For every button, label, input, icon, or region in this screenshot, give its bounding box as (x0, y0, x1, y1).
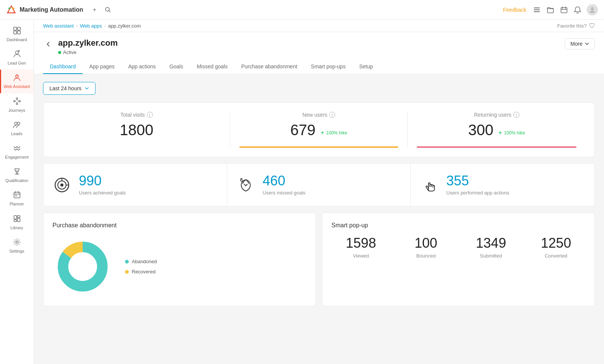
svg-rect-8 (561, 8, 567, 13)
popup-converted-value: 1250 (527, 236, 586, 250)
stat-returning-users-value: 300 (468, 122, 493, 137)
metric-achieved-value: 990 (79, 174, 126, 188)
popup-submitted-label: Submitted (462, 253, 521, 259)
chevron-down-icon (585, 42, 589, 46)
total-visits-info-icon[interactable]: i (147, 112, 153, 118)
svg-rect-1 (8, 8, 11, 9)
app-logo: Marketing Automation (6, 5, 83, 15)
popup-bounced-value: 100 (396, 236, 455, 250)
breadcrumb: Web assistant › Web apps › app.zylker.co… (34, 20, 604, 32)
feedback-link[interactable]: Feedback (503, 7, 526, 13)
sidebar-item-engagement[interactable]: Engagement (0, 140, 34, 163)
tab-smart-popups[interactable]: Smart pop-ups (304, 60, 353, 74)
planner-icon (13, 191, 21, 200)
abandoned-label: Abandoned (132, 259, 157, 264)
qualification-icon (13, 167, 21, 177)
breadcrumb-item-1[interactable]: Web assistant (43, 23, 74, 29)
sidebar-item-lead-gen[interactable]: Lead Gen (0, 46, 34, 69)
new-users-underline (239, 147, 399, 148)
page-title-block: app.zylker.com Active (58, 38, 118, 55)
popup-stat-converted: 1250 Converted (527, 236, 586, 259)
lead-gen-icon (13, 50, 21, 59)
missed-icon (236, 176, 255, 194)
metric-card-achieved: 990 Users achieved goals (43, 163, 227, 206)
svg-rect-38 (17, 216, 20, 217)
svg-marker-0 (8, 6, 15, 13)
more-button[interactable]: More (565, 38, 595, 49)
date-filter-button[interactable]: Last 24 hours (43, 82, 96, 95)
sidebar-item-settings-label: Settings (9, 249, 25, 254)
sidebar-item-qualification[interactable]: Qualification (0, 163, 34, 187)
user-avatar[interactable] (587, 4, 598, 15)
sidebar-item-web-assistant[interactable]: Web Assistant (0, 69, 34, 93)
search-button[interactable] (103, 5, 113, 15)
purchase-abandonment-card: Purchase abandonment Abando (43, 213, 316, 306)
tab-app-actions[interactable]: App actions (121, 60, 162, 74)
page-header-top: app.zylker.com Active More (43, 38, 595, 55)
sidebar-item-planner[interactable]: Planner (0, 187, 34, 210)
sidebar-item-qualification-label: Qualification (5, 178, 28, 183)
tab-goals[interactable]: Goals (163, 60, 190, 74)
dashboard-icon (13, 26, 21, 36)
svg-line-4 (109, 11, 111, 12)
sidebar-item-library-label: Library (11, 225, 23, 230)
svg-rect-6 (534, 9, 540, 10)
back-button[interactable] (43, 39, 54, 49)
stat-new-users: New users i 679 100% hike (230, 112, 408, 148)
dashboard-content: Last 24 hours Total visits i 1800 (34, 74, 604, 364)
popup-converted-label: Converted (527, 253, 586, 259)
svg-rect-15 (14, 31, 17, 34)
svg-point-44 (60, 184, 63, 187)
metric-missed-value: 460 (263, 174, 305, 188)
svg-rect-7 (534, 11, 540, 12)
sidebar-item-journeys-label: Journeys (8, 108, 25, 113)
sidebar-item-lead-gen-label: Lead Gen (8, 61, 26, 66)
svg-point-29 (14, 122, 17, 125)
main-layout: Dashboard Lead Gen (0, 20, 604, 364)
svg-rect-37 (14, 216, 17, 219)
tab-missed-goals[interactable]: Missed goals (190, 60, 234, 74)
folder-icon[interactable] (546, 5, 555, 14)
status-badge: Active (58, 49, 118, 55)
tab-dashboard[interactable]: Dashboard (43, 60, 83, 74)
svg-rect-32 (14, 192, 20, 198)
abandoned-dot (125, 260, 129, 264)
stat-new-users-value: 679 (290, 122, 316, 137)
svg-point-21 (14, 100, 15, 102)
favorite-section[interactable]: Favorite this? (557, 23, 595, 29)
status-dot (58, 51, 61, 54)
page-title: app.zylker.com (58, 38, 118, 48)
metric-card-missed: 460 Users missed goals (227, 163, 411, 206)
tab-setup[interactable]: Setup (352, 60, 380, 74)
purchase-abandonment-title: Purchase abandonment (52, 222, 307, 229)
tab-app-pages[interactable]: App pages (83, 60, 122, 74)
tab-purchase-abandonment[interactable]: Purchase abandonment (234, 60, 304, 74)
logo-icon (6, 5, 17, 15)
calendar-icon[interactable] (559, 5, 569, 14)
popup-bounced-label: Bounced (396, 253, 455, 259)
sidebar-item-web-assistant-label: Web Assistant (4, 84, 30, 89)
sidebar-item-journeys[interactable]: Journeys (0, 93, 34, 117)
new-users-info-icon[interactable]: i (329, 112, 335, 118)
popup-viewed-label: Viewed (331, 253, 390, 259)
more-label: More (570, 41, 582, 47)
search-icon (105, 7, 111, 13)
heart-icon (589, 23, 595, 29)
add-button[interactable]: + (89, 5, 100, 15)
returning-users-info-icon[interactable]: i (513, 112, 519, 118)
list-icon[interactable] (532, 5, 541, 14)
metric-actions-label: Users performed app actions (446, 190, 509, 196)
engagement-icon (13, 144, 21, 153)
popup-stats: 1598 Viewed 100 Bounced 1349 Submitted (331, 236, 586, 259)
sidebar-item-library[interactable]: Library (0, 211, 34, 234)
stat-total-visits-value: 1800 (52, 122, 221, 137)
sidebar-item-dashboard[interactable]: Dashboard (0, 23, 34, 46)
new-users-hike: 100% hike (320, 130, 347, 136)
breadcrumb-sep-1: › (76, 23, 77, 29)
filter-bar: Last 24 hours (43, 82, 595, 95)
bell-icon[interactable] (573, 5, 582, 14)
breadcrumb-item-2[interactable]: Web apps (80, 23, 102, 29)
sidebar-item-settings[interactable]: Settings (0, 234, 34, 258)
sidebar-item-leads[interactable]: Leads (0, 117, 34, 140)
recovered-label: Recovered (132, 269, 156, 275)
